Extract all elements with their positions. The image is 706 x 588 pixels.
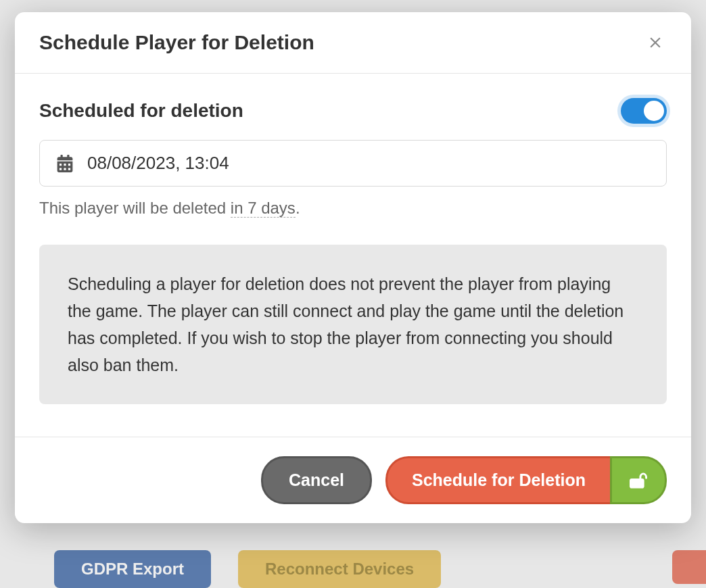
modal-body: Scheduled for deletion 08/08/2023, 13:04…: [15, 74, 691, 437]
schedule-deletion-modal: Schedule Player for Deletion Scheduled f…: [15, 12, 691, 523]
deletion-date-value: 08/08/2023, 13:04: [87, 153, 229, 174]
modal-footer: Cancel Schedule for Deletion: [15, 437, 691, 523]
toggle-knob: [644, 101, 664, 121]
submit-button-group: Schedule for Deletion: [385, 456, 667, 504]
schedule-toggle[interactable]: [621, 98, 667, 124]
deletion-helper-text: This player will be deleted in 7 days.: [39, 199, 667, 218]
close-button[interactable]: [644, 31, 667, 54]
close-icon: [646, 34, 664, 51]
unlock-button[interactable]: [610, 456, 667, 504]
deletion-date-input[interactable]: 08/08/2023, 13:04: [39, 140, 667, 187]
deletion-days-count: in 7 days: [231, 199, 296, 218]
schedule-toggle-label: Scheduled for deletion: [39, 100, 243, 122]
schedule-toggle-row: Scheduled for deletion: [39, 98, 667, 124]
modal-title: Schedule Player for Deletion: [39, 31, 314, 54]
unlock-icon: [630, 472, 647, 489]
deletion-info-box: Scheduling a player for deletion does no…: [39, 245, 667, 404]
calendar-icon: [56, 155, 74, 172]
modal-overlay: Schedule Player for Deletion Scheduled f…: [0, 0, 706, 588]
cancel-button[interactable]: Cancel: [261, 456, 372, 504]
modal-header: Schedule Player for Deletion: [15, 12, 691, 74]
schedule-deletion-button[interactable]: Schedule for Deletion: [385, 456, 610, 504]
